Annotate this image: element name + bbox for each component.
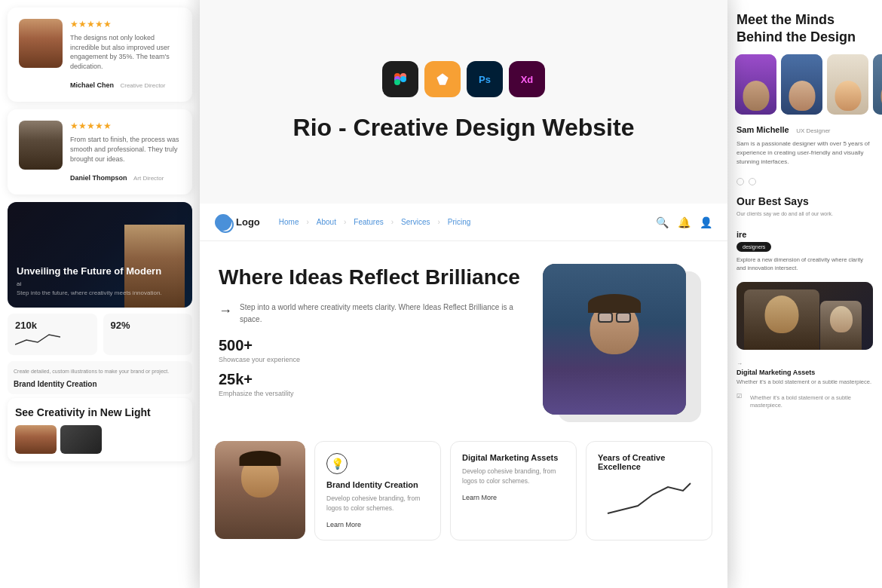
testimonial-1-name: Michael Chen: [70, 81, 114, 89]
hero-title: Where Ideas Reflect Brilliance: [219, 264, 528, 290]
right-img-section: [737, 282, 873, 350]
hero-left: Where Ideas Reflect Brilliance → Step in…: [219, 264, 528, 405]
nav-links: Home › About › Features › Services › Pri…: [275, 216, 652, 228]
reviews-title: Our Best Says: [727, 189, 882, 210]
hero-stat-2-label: Emphasize the versatility: [219, 390, 528, 397]
nav-about[interactable]: About: [313, 216, 340, 228]
nav-icons: 🔍 🔔 👤: [656, 216, 712, 228]
nav-services[interactable]: Services: [397, 216, 433, 228]
hero-content: Where Ideas Reflect Brilliance → Step in…: [219, 264, 709, 415]
bottom-item-desc: Whether it's a bold statement or a subtl…: [737, 378, 873, 387]
svg-marker-5: [436, 73, 449, 85]
testimonial-1-text: The designs not only looked incredible b…: [70, 33, 181, 71]
dot-1[interactable]: [737, 178, 744, 185]
brand-identity-section: Create detailed, custom illustrations to…: [8, 361, 192, 394]
bell-icon[interactable]: 🔔: [678, 216, 691, 228]
avatar-daniel: [19, 121, 63, 170]
person-card-1: [735, 54, 776, 115]
nav-home[interactable]: Home: [275, 216, 303, 228]
hero-arrow-icon: →: [219, 303, 232, 319]
photoshop-icon: Ps: [467, 61, 503, 97]
hero-stat-2-num: 25k+: [219, 371, 528, 388]
right-persons-row: [727, 54, 882, 115]
user-icon[interactable]: 👤: [700, 216, 712, 228]
profile-role: UX Designer: [796, 127, 830, 134]
tag-designers[interactable]: designers: [737, 242, 771, 252]
digital-marketing-link[interactable]: Learn More: [462, 494, 565, 501]
stat-box-1: 210k: [8, 314, 97, 355]
brand-identity-link[interactable]: Learn More: [326, 521, 429, 528]
stats-row: 210k 92%: [8, 314, 192, 355]
testimonial-2-content: ★★★★★ From start to finish, the process …: [70, 121, 181, 183]
brand-identity-label: Brand Identity Creation: [14, 380, 186, 388]
right-tag-row: designers: [727, 242, 882, 252]
right-section-label: ire: [727, 224, 882, 242]
profile-desc: Sam is a passionate designer with over 5…: [737, 139, 873, 167]
nav-logo: Logo: [215, 214, 260, 231]
testimonial-2-text: From start to finish, the process was sm…: [70, 135, 181, 164]
hero-desc: Step into a world where creativity meets…: [240, 302, 528, 326]
banner-desc: Step into the future, where creativity m…: [17, 289, 162, 296]
reviews-sub: Our clients say we do and all of our wor…: [727, 210, 882, 224]
person-card-3: [827, 54, 868, 115]
hero-stat-1-label: Showcase your experience: [219, 356, 528, 363]
center-top-section: Ps Xd Rio - Creative Design Website: [200, 0, 727, 204]
stat-box-2: 92%: [103, 314, 193, 355]
stat-num-2: 92%: [111, 320, 185, 331]
item-desc: Whether it's a bold statement or a subtl…: [750, 394, 873, 410]
mini-graph-1: [15, 331, 60, 346]
tool-icons-row: Ps Xd: [382, 61, 545, 97]
dark-banner: Unveiling the Future of Modern ai Step i…: [8, 202, 192, 308]
center-main-title: Rio - Creative Design Website: [293, 112, 635, 142]
hero-stat-1: 500+ Showcase your experience: [219, 337, 528, 363]
figma-icon: [382, 61, 418, 97]
brand-icon: 💡: [326, 453, 348, 474]
banner-text: Unveiling the Future of Modern ai Step i…: [17, 265, 162, 296]
hero-person-image: [543, 264, 686, 415]
img-person: [744, 289, 819, 350]
testimonial-2-role: Art Director: [133, 175, 164, 182]
nav-features[interactable]: Features: [350, 216, 387, 228]
hero-stats: 500+ Showcase your experience 25k+ Empha…: [219, 337, 528, 397]
excellence-card: Years of Creative Excellence: [586, 441, 712, 541]
item-num: ☑: [737, 393, 746, 400]
right-bottom-item: ☑ Whether it's a bold statement or a sub…: [737, 393, 873, 410]
sketch-icon: [424, 61, 461, 97]
digital-marketing-title: Digital Marketing Assets: [462, 453, 565, 462]
dot-2[interactable]: [749, 178, 756, 185]
see-creativity-card: See Creativity in New Light: [8, 398, 192, 461]
bottom-thumbnails: [15, 425, 185, 454]
nav-pricing[interactable]: Pricing: [444, 216, 475, 228]
digital-marketing-desc: Develop cohesive branding, from logos to…: [462, 467, 565, 486]
excellence-chart: [598, 476, 700, 517]
search-icon[interactable]: 🔍: [656, 216, 669, 228]
see-creativity-title: See Creativity in New Light: [15, 406, 185, 419]
services-row: 💡 Brand Identity Creation Develop cohesi…: [215, 441, 712, 541]
thumb-1: [15, 425, 57, 454]
testimonial-2-name: Daniel Thompson: [70, 174, 127, 182]
stat-num-1: 210k: [15, 320, 90, 331]
brand-identity-desc: Develop cohesive branding, from logos to…: [326, 494, 429, 513]
hero-card-main: [543, 264, 686, 415]
hero-stat-1-num: 500+: [219, 337, 528, 354]
bottom-item-title: Digital Marketing Assets: [737, 369, 873, 376]
img-person-2: [820, 301, 862, 350]
center-panel: Ps Xd Rio - Creative Design Website Logo…: [200, 0, 727, 588]
thumb-2: [60, 425, 102, 454]
right-section-title: Meet the Minds Behind the Design: [727, 0, 882, 54]
hero-stat-2: 25k+ Emphasize the versatility: [219, 371, 528, 397]
svg-point-3: [394, 79, 400, 85]
right-panel: Meet the Minds Behind the Design Sam Mic…: [727, 0, 882, 588]
avatar-michael: [19, 19, 63, 68]
hero-arrow-row: → Step into a world where creativity mee…: [219, 302, 528, 326]
excellence-title: Years of Creative Excellence: [598, 453, 700, 471]
left-panel: ★★★★★ The designs not only looked incred…: [0, 0, 200, 588]
stars-1: ★★★★★: [70, 19, 181, 29]
banner-title: Unveiling the Future of Modern: [17, 265, 162, 278]
stat-desc: Create detailed, custom illustrations to…: [14, 369, 186, 374]
banner-subtitle: ai: [17, 280, 162, 287]
right-profile-section: Sam Michelle UX Designer Sam is a passio…: [727, 115, 882, 174]
logo-icon: [215, 214, 231, 231]
testimonial-1-role: Creative Director: [120, 82, 165, 89]
brand-identity-card: 💡 Brand Identity Creation Develop cohesi…: [314, 441, 441, 541]
